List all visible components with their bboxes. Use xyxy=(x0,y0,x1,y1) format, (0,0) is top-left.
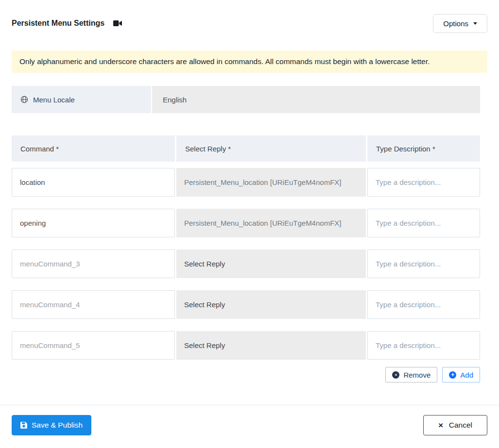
description-input[interactable] xyxy=(367,168,480,197)
close-icon: ✕ xyxy=(438,422,444,429)
add-label: Add xyxy=(460,371,473,379)
menu-locale-row: Menu Locale English xyxy=(12,86,480,113)
save-publish-button[interactable]: Save & Publish xyxy=(12,415,91,435)
description-input[interactable] xyxy=(367,249,480,278)
reply-select[interactable]: Persistent_Menu_location [URiEuTgeM4nomF… xyxy=(176,168,366,197)
command-input[interactable] xyxy=(12,290,175,319)
reply-select[interactable]: Select Reply xyxy=(176,290,366,319)
page-title: Persistent Menu Settings xyxy=(12,19,104,28)
description-input[interactable] xyxy=(367,209,480,237)
options-button[interactable]: Options xyxy=(433,14,487,33)
command-input[interactable] xyxy=(12,331,175,360)
remove-button[interactable]: ✕ Remove xyxy=(385,367,437,382)
column-header-type-description: Type Description * xyxy=(367,135,480,162)
table-row: Select Reply xyxy=(12,249,480,278)
command-input[interactable] xyxy=(12,168,175,197)
topbar: Persistent Menu Settings Options xyxy=(12,11,487,36)
description-cell xyxy=(367,290,480,319)
menu-locale-select[interactable]: English xyxy=(152,86,480,113)
table-row: Persistent_Menu_location [URiEuTgeM4nomF… xyxy=(12,168,480,197)
globe-icon xyxy=(20,96,28,103)
cancel-button[interactable]: ✕ Cancel xyxy=(423,415,487,435)
chevron-down-icon xyxy=(473,22,477,25)
command-cell xyxy=(12,290,175,319)
column-header-select-reply: Select Reply * xyxy=(176,135,366,162)
description-cell xyxy=(367,331,480,360)
command-cell xyxy=(12,168,175,197)
command-cell xyxy=(12,209,175,237)
title-wrap: Persistent Menu Settings xyxy=(12,19,122,28)
add-circle-plus-icon: + xyxy=(449,371,456,379)
table-row: Persistent_Menu_location [URiEuTgeM4nomF… xyxy=(12,209,480,237)
command-cell xyxy=(12,249,175,278)
description-cell xyxy=(367,249,480,278)
menu-locale-label-box: Menu Locale xyxy=(12,86,151,113)
column-header-command: Command * xyxy=(12,135,175,162)
table-row: Select Reply xyxy=(12,290,480,319)
table-row: Select Reply xyxy=(12,331,480,360)
remove-label: Remove xyxy=(403,371,430,379)
save-publish-label: Save & Publish xyxy=(32,421,83,430)
command-cell xyxy=(12,331,175,360)
menu-locale-label: Menu Locale xyxy=(33,96,75,104)
video-camera-icon xyxy=(113,20,122,26)
warning-banner: Only alphanumeric and underscore charact… xyxy=(12,50,487,73)
table-header-row: Command * Select Reply * Type Descriptio… xyxy=(12,135,480,162)
remove-circle-x-icon: ✕ xyxy=(392,371,399,379)
reply-select[interactable]: Select Reply xyxy=(176,331,366,360)
description-input[interactable] xyxy=(367,331,480,360)
description-input[interactable] xyxy=(367,290,480,319)
command-input[interactable] xyxy=(12,209,175,237)
cancel-label: Cancel xyxy=(449,421,472,430)
add-button[interactable]: + Add xyxy=(442,367,480,382)
command-input[interactable] xyxy=(12,249,175,278)
description-cell xyxy=(367,209,480,237)
table-rows: Persistent_Menu_location [URiEuTgeM4nomF… xyxy=(12,168,487,360)
reply-select[interactable]: Select Reply xyxy=(176,249,366,278)
reply-select[interactable]: Persistent_Menu_location [URiEuTgeM4nomF… xyxy=(176,209,366,237)
footer: Save & Publish ✕ Cancel xyxy=(0,405,499,446)
page: Persistent Menu Settings Options Only al… xyxy=(0,0,499,382)
description-cell xyxy=(367,168,480,197)
options-label: Options xyxy=(443,19,468,28)
save-icon xyxy=(20,422,27,429)
row-actions: ✕ Remove + Add xyxy=(12,367,480,382)
